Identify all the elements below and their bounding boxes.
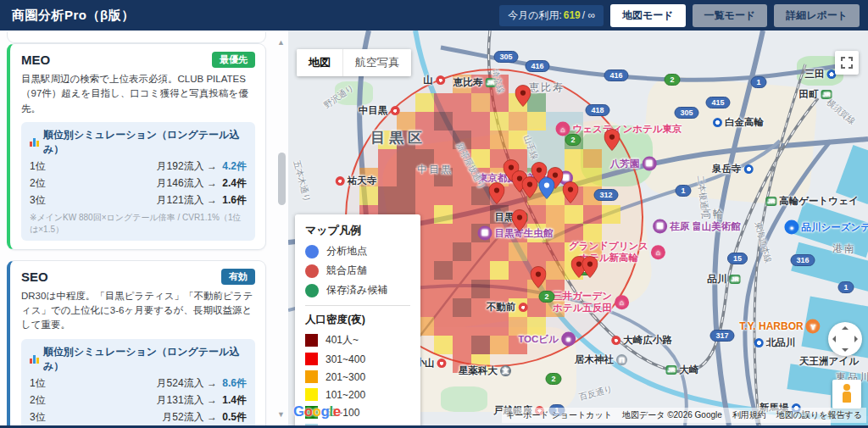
jr-icon: JR: [730, 275, 741, 284]
competitor-marker[interactable]: [563, 181, 579, 208]
label-text: 恵比寿: [453, 77, 483, 89]
simulation-row: 2位月146流入 → 2.4件: [30, 176, 247, 191]
scroll-down-icon[interactable]: ▼: [277, 410, 285, 419]
label-text: 天王洲アイル: [799, 356, 859, 368]
building-icon: ■: [561, 332, 576, 347]
bar-chart-icon: [30, 138, 39, 147]
legend-density-swatch: [305, 334, 318, 347]
station-label: 天王洲アイル: [799, 356, 859, 368]
bar-chart-icon: [30, 355, 39, 364]
sim-row-result: 0.5件: [222, 411, 247, 423]
station-label: 居木神社Π: [575, 354, 627, 366]
school-icon: 文: [500, 365, 511, 376]
legend-marker-dot: [305, 264, 319, 278]
legend-density-label: 301~400: [326, 353, 365, 365]
attribution-link[interactable]: キーボード ショートカット: [506, 409, 612, 421]
label-text: 大崎: [680, 364, 699, 376]
competitor-marker[interactable]: [522, 176, 538, 203]
google-logo-letter: o: [313, 403, 321, 420]
attribution-link[interactable]: 地図の誤りを報告する: [776, 409, 862, 421]
legend-item: 分析地点: [305, 244, 410, 258]
legend-item-label: 保存済み候補: [326, 283, 387, 297]
sim-row-value: 月146流入 → 2.4件: [157, 176, 247, 191]
card-meo[interactable]: MEO最優先目黒駅周辺の検索で上位表示必須。CLUB PILATES（97件）超…: [7, 43, 266, 250]
sim-row-result: 2.4件: [222, 177, 247, 189]
road-shield: 1: [675, 185, 691, 197]
label-text: T.Y. HARBOR: [739, 320, 803, 332]
label-text: 白金高輪: [725, 117, 764, 129]
google-logo[interactable]: Google: [293, 403, 341, 420]
pan-control[interactable]: [828, 322, 862, 356]
google-logo-letter: o: [304, 403, 313, 420]
area-label: 恵比寿: [529, 81, 565, 93]
competitor-marker[interactable]: [582, 256, 598, 282]
station-label: 大崎広小路: [611, 335, 672, 347]
card-header: SEO有効: [21, 269, 255, 285]
poi-label: TOCビル■: [518, 332, 576, 347]
road-shield: 305: [674, 107, 698, 119]
card-header: MEO最優先: [21, 52, 255, 68]
card-description: 目黒駅周辺の検索で上位表示必須。CLUB PILATES（97件）超えを目指し、…: [21, 72, 255, 116]
map-type-control: 地図航空写真: [297, 49, 411, 76]
label-text: 中目黒: [417, 164, 453, 175]
competitor-marker[interactable]: [512, 209, 528, 236]
pan-right-icon: [854, 336, 858, 342]
mode-button-詳細レポート[interactable]: 詳細レポート: [774, 4, 860, 27]
competitor-marker[interactable]: [515, 85, 531, 111]
label-text: 三田: [805, 69, 825, 81]
attribution-link[interactable]: 利用規約: [732, 409, 766, 421]
analysis-point-marker[interactable]: [539, 177, 555, 203]
mode-button-地図モード[interactable]: 地図モード: [610, 4, 686, 27]
map-type-map[interactable]: 地図: [297, 49, 342, 76]
jr-icon: JR: [765, 197, 776, 206]
map-canvas[interactable]: 目黒区中目黒恵比寿港南高輪東品川山中目黒恵比寿JR祐天寺目黒JR不動前西小山小山…: [288, 31, 868, 425]
label-text: 恵比寿: [529, 81, 565, 93]
simulation-title: 順位別シミュレーション（ロングテール込み）: [30, 345, 247, 374]
google-logo-letter: e: [333, 403, 341, 420]
mode-button-一覧モード[interactable]: 一覧モード: [693, 4, 768, 27]
legend-density-item: 401人~: [305, 333, 410, 347]
label-text: 三井ガーデンホテル五反田: [553, 291, 612, 314]
pegman-icon: [843, 384, 851, 403]
sim-row-label: 2位: [30, 393, 46, 408]
label-text: 品川シーズンテラス: [801, 221, 868, 233]
dot-red-icon: [336, 176, 345, 186]
competitor-marker[interactable]: [531, 266, 547, 292]
dot-red-icon: [437, 359, 447, 368]
label-text: 大崎広小路: [623, 335, 672, 347]
station-label: 北品川: [754, 337, 796, 349]
sidebar-cards: MEO最優先目黒駅周辺の検索で上位表示必須。CLUB PILATES（97件）超…: [7, 31, 266, 425]
sim-row-value: 月131流入 → 1.4件: [157, 393, 247, 408]
dot-red-icon: [436, 75, 445, 85]
label-text: ウェスティンホテル東京: [573, 123, 682, 135]
station-label: 中目黒: [359, 105, 400, 117]
legend-density-item: 201~300: [305, 370, 410, 383]
label-text: 八芳園: [610, 158, 640, 170]
fullscreen-button[interactable]: [835, 51, 859, 75]
analysis-sidebar: MEO最優先目黒駅周辺の検索で上位表示必須。CLUB PILATES（97件）超…: [0, 31, 288, 425]
competitor-marker[interactable]: [604, 129, 620, 155]
label-text: 星薬科大: [459, 365, 498, 377]
dot-red-icon: [611, 336, 620, 345]
sidebar-scrollbar-thumb[interactable]: [278, 153, 286, 205]
legend-divider: [305, 305, 410, 306]
simulation-row: 1位月192流入 → 4.2件: [30, 159, 247, 174]
legend-marker-dot: [305, 245, 319, 258]
legend-density-label: 201~300: [326, 371, 365, 383]
station-label: 泉岳寺: [712, 164, 754, 175]
legend-density-label: 101~200: [326, 389, 365, 401]
competitor-marker[interactable]: [489, 182, 505, 208]
map-type-satellite[interactable]: 航空写真: [342, 49, 411, 76]
sim-row-label: 2位: [30, 176, 46, 191]
poi-label: 三井ガーデンホテル五反田⌂: [553, 291, 629, 314]
card-seo[interactable]: SEO有効DR30は中程度。「目黒ピラティス」「不動前ピラティス」での上位化に3…: [7, 260, 266, 425]
scroll-up-icon[interactable]: ▲: [277, 38, 285, 47]
header-controls: 今月の利用:619/ ∞ 地図モード一覧モード詳細レポート: [499, 4, 860, 27]
label-text: 品川: [708, 274, 727, 286]
fullscreen-icon: [841, 57, 853, 69]
poi-label: 八芳園Ⅲ: [610, 157, 657, 171]
sim-row-result: 1.6件: [222, 194, 247, 206]
road-shield: 1: [837, 281, 854, 293]
streetview-pegman-button[interactable]: [832, 380, 861, 409]
area-label: 港南: [832, 242, 856, 254]
